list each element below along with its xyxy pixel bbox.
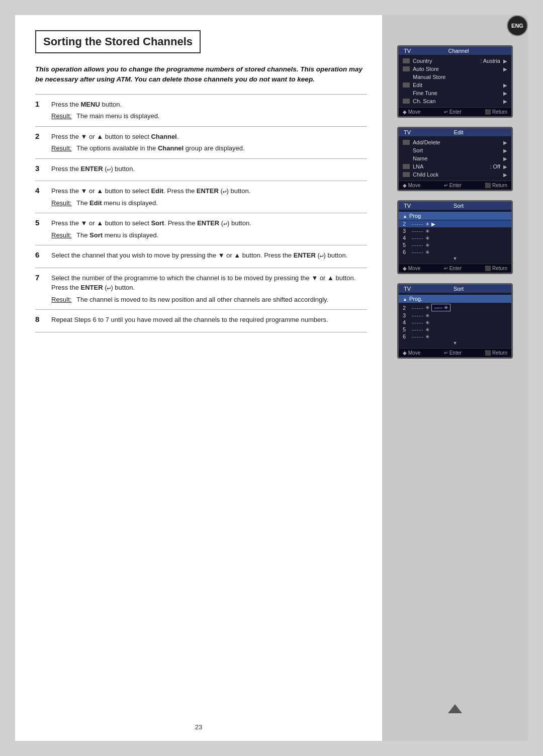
tv-title-bar: TVEdit	[399, 128, 511, 136]
table-row: 6Select the channel that you wish to mov…	[35, 245, 367, 268]
tv-sort-dashes: -----	[412, 242, 423, 248]
tv-footer-item: ⬛ Return	[485, 350, 507, 356]
tv-scroll-down: ▼	[399, 340, 511, 346]
tv-sort-num: 5	[403, 326, 410, 332]
tv-sort-dashes: -----	[412, 333, 423, 340]
tv-sort-num: 2	[403, 305, 410, 311]
tv-menu-row: Edit▶	[399, 81, 511, 89]
tv-sort-star: ✳	[425, 235, 429, 241]
tv-prog-header: ▲Prog	[399, 212, 511, 220]
tv-row-arrow: ▶	[503, 164, 507, 170]
tv-row-arrow: ▶	[503, 66, 507, 72]
tv-row-arrow: ▶	[503, 58, 507, 64]
table-row: 8Repeat Steps 6 to 7 until you have move…	[35, 310, 367, 332]
tv-prog-header: ▲Prog.	[399, 295, 511, 303]
tv-row-label: LNA	[413, 163, 487, 170]
result-text: The Edit menu is displayed.	[76, 198, 158, 208]
tv-footer-item: ↵ Enter	[444, 183, 462, 188]
tv-footer: ◆ Move↵ Enter⬛ Return	[399, 107, 511, 116]
right-column: ENG TVChannelCountry: Austria▶Auto Store…	[382, 15, 528, 741]
tv-footer-item: ⬛ Return	[485, 266, 507, 271]
tv-row-icon	[403, 58, 410, 63]
tv-sort-dashes: -----	[412, 221, 423, 227]
tv-row-label: Manual Store	[413, 74, 507, 80]
tv-row-icon	[403, 164, 410, 169]
step-number: 1	[35, 94, 49, 126]
tv-footer-item: ↵ Enter	[444, 266, 462, 271]
tv-menu-row: Fine Tune▶	[399, 89, 511, 97]
tv-row-label: Auto Store	[413, 66, 500, 72]
step-result: Result:The options available in the Chan…	[51, 143, 367, 153]
tv-sort-num: 2	[403, 221, 410, 227]
result-label: Result:	[51, 295, 72, 305]
step-content: Press the MENU button.Result:The main me…	[49, 94, 367, 126]
tv-row-label: Name	[413, 155, 500, 161]
tv-sort-star: ✳	[425, 242, 429, 248]
tv-menu-row: Child Lock▶	[399, 171, 511, 179]
tv-footer-item: ◆ Move	[403, 350, 420, 356]
tv-footer: ◆ Move↵ Enter⬛ Return	[399, 264, 511, 273]
tv-footer-item: ⬛ Return	[485, 183, 507, 188]
tv-sort-dashes: -----	[412, 228, 423, 234]
step-instruction: Press the ▼ or ▲ button to select Channe…	[51, 132, 367, 142]
step-content: Press the ▼ or ▲ button to select Sort. …	[49, 213, 367, 245]
tv-row-label: Add/Delete	[413, 139, 500, 145]
tv-footer-item: ◆ Move	[403, 266, 420, 271]
left-column: Sorting the Stored Channels This operati…	[15, 15, 382, 741]
tv-sort-star: ✳	[425, 313, 429, 318]
step-result: Result:The main menu is displayed.	[51, 111, 367, 121]
tv-row-icon	[403, 140, 410, 145]
tv-body: Add/Delete▶Sort▶Name▶LNA: Off▶Child Lock…	[399, 136, 511, 181]
page-number: 23	[195, 723, 202, 731]
tv-menu-row: LNA: Off▶	[399, 162, 511, 171]
step-number: 7	[35, 268, 49, 310]
tv-label: TV	[404, 48, 411, 54]
tv-sort-star: ✳	[425, 334, 429, 340]
step-content: Select the number of the programme to wh…	[49, 268, 367, 310]
tv-footer-item: ◆ Move	[403, 183, 420, 188]
step-number: 6	[35, 245, 49, 268]
result-text: The options available in the Channel gro…	[76, 143, 245, 153]
step-content: Press the ENTER (↵) button.	[49, 158, 367, 181]
tv-menu-row: Country: Austria▶	[399, 57, 511, 65]
tv-label: TV	[404, 203, 411, 209]
step-content: Press the ▼ or ▲ button to select Edit. …	[49, 181, 367, 213]
step-result: Result:The Edit menu is displayed.	[51, 198, 367, 208]
tv-screen-title: Channel	[411, 48, 506, 54]
tv-sort-row: 5 ----- ✳	[399, 241, 511, 248]
result-label: Result:	[51, 230, 72, 240]
tv-menu-row: Auto Store▶	[399, 65, 511, 73]
table-row: 2Press the ▼ or ▲ button to select Chann…	[35, 126, 367, 158]
tv-sort-num: 4	[403, 319, 410, 325]
result-text: The main menu is displayed.	[76, 111, 159, 121]
tv-title-bar: TVSort	[399, 202, 511, 210]
tv-label: TV	[404, 129, 411, 135]
tv-row-arrow: ▶	[503, 172, 507, 178]
tv-row-label: Fine Tune	[413, 90, 500, 96]
step-number: 2	[35, 126, 49, 158]
table-row: 1Press the MENU button.Result:The main m…	[35, 94, 367, 126]
tv-row-icon	[403, 82, 410, 88]
tv-sort-row: 6 ----- ✳	[399, 333, 511, 340]
tv-sort-num: 3	[403, 312, 410, 318]
tv-sort-star: ✳	[425, 305, 429, 310]
step-instruction: Press the ENTER (↵) button.	[51, 164, 367, 174]
step-number: 8	[35, 310, 49, 332]
tv-sort-num: 4	[403, 235, 410, 241]
tv-row-icon	[403, 172, 410, 177]
step-number: 3	[35, 158, 49, 181]
step-result: Result:The channel is moved to its new p…	[51, 295, 367, 305]
step-content: Press the ▼ or ▲ button to select Channe…	[49, 126, 367, 158]
step-content: Select the channel that you wish to move…	[49, 245, 367, 268]
page-title: Sorting the Stored Channels	[35, 30, 201, 53]
step-number: 4	[35, 181, 49, 213]
tv-row-arrow: ▶	[503, 99, 507, 104]
tv-screen-title: Sort	[411, 286, 506, 292]
tv-sort-star: ✳	[425, 221, 429, 227]
tv-selected-box: ----- ✳	[431, 304, 450, 311]
tv-body: ▲Prog.2 ----- ✳----- ✳3 ----- ✳4 ----- ✳…	[399, 293, 511, 348]
tv-sort-dashes: -----	[412, 319, 423, 325]
step-content: Repeat Steps 6 to 7 until you have moved…	[49, 310, 367, 332]
tv-row-arrow: ▶	[503, 91, 507, 96]
tv-sort-num: 6	[403, 249, 410, 255]
